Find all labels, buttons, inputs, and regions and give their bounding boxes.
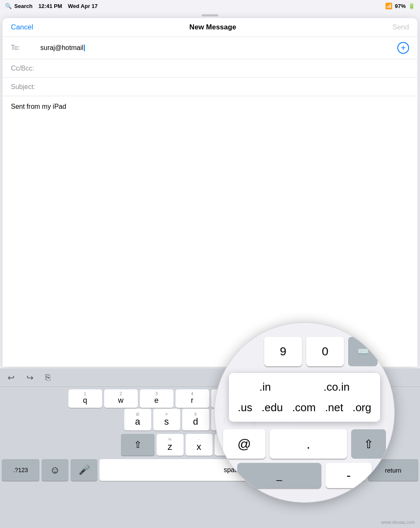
key-s[interactable]: # s [153,409,180,431]
magnifier-shift-key[interactable]: ⇧ [351,429,386,459]
key-d[interactable]: $ d [182,409,209,431]
suggestion-com[interactable]: .com [289,399,319,416]
key-2[interactable]: 2 w [104,389,138,408]
key-a[interactable]: @ a [124,409,151,431]
status-left: 🔍 Search 12:41 PM Wed Apr 17 [5,3,98,9]
status-bar: 🔍 Search 12:41 PM Wed Apr 17 📶 97% 🔋 [0,0,420,12]
status-time: 12:41 PM [38,3,62,9]
suggestion-row-2: .us .edu .com .net .org [233,399,376,416]
emoji-icon: ☺ [50,464,60,476]
mic-key[interactable]: 🎤 [71,459,97,481]
cancel-button[interactable]: Cancel [11,23,33,32]
suggestion-edu[interactable]: .edu [258,399,286,416]
paste-button[interactable]: ⎘ [43,371,53,384]
signature-text: Sent from my iPad [11,103,409,110]
magnifier-space-key[interactable]: _ [237,463,321,488]
key-3[interactable]: 3 e [140,389,173,408]
key-4[interactable]: 4 r [176,389,209,408]
to-label: To: [11,44,40,52]
compose-title: New Message [189,23,236,32]
watermark: www.deuaq.com [381,520,415,525]
compose-header: Cancel New Message Send [3,18,417,37]
magnifier-bottom-row: @ . ⇧ [223,429,386,459]
add-contact-button[interactable]: + [397,42,409,54]
suggestion-org[interactable]: .org [349,399,375,416]
redo-button[interactable]: ↪ [24,371,36,384]
body-area[interactable]: Sent from my iPad [3,96,417,264]
key-1[interactable]: 1 q [68,389,102,408]
compose-window: Cancel New Message Send To: suraj@hotmai… [3,18,417,367]
magnifier-key-9[interactable]: 9 [264,337,302,366]
suggestion-us[interactable]: .us [234,399,256,416]
magnifier-content: 9 0 ⌨️ .in .co.in .us .edu .com .net .or… [215,323,394,502]
battery-percent: 97% [395,3,406,9]
to-field-row[interactable]: To: suraj@hotmail + [3,37,417,59]
suggestion-row-1: .in .co.in [233,379,376,395]
undo-button[interactable]: ↩ [5,371,17,384]
magnifier-overlay: 9 0 ⌨️ .in .co.in .us .edu .com .net .or… [214,322,395,503]
battery-icon: 🔋 [408,3,415,9]
emoji-key[interactable]: ☺ [42,459,68,481]
text-cursor [84,45,85,51]
shift-icon: ⇧ [134,439,142,450]
shift-key[interactable]: ⇧ [121,434,155,456]
suggestion-in[interactable]: .in [256,379,274,395]
subject-field-row[interactable]: Subject: [3,78,417,96]
key-z[interactable]: % z [157,434,184,456]
magnifier-key-0[interactable]: 0 [306,337,344,366]
suggestion-coin[interactable]: .co.in [320,379,353,395]
mic-icon: 🎤 [79,465,90,475]
magnifier-dot-key[interactable]: . [270,429,347,459]
wifi-icon: 📶 [385,3,392,9]
suggestion-popup: .in .co.in .us .edu .com .net .org [229,373,380,422]
to-value[interactable]: suraj@hotmail [40,44,397,52]
cc-bcc-field-row[interactable]: Cc/Bcc: [3,59,417,78]
to-text: suraj@hotmail [40,44,84,52]
suggestion-net[interactable]: .net [322,399,346,416]
numbers-key[interactable]: .?123 [2,459,39,481]
status-search-label: Search [14,3,32,9]
send-button[interactable]: Send [392,23,409,32]
status-date: Wed Apr 17 [68,3,98,9]
search-icon: 🔍 [5,3,12,9]
magnifier-at-key[interactable]: @ [223,429,265,459]
cc-bcc-label: Cc/Bcc: [11,65,40,72]
key-x[interactable]: - x [186,434,213,456]
subject-label: Subject: [11,83,40,91]
magnifier-shift-icon: ⇧ [364,437,373,451]
status-right: 📶 97% 🔋 [385,3,415,9]
drag-handle[interactable] [202,14,218,16]
keyboard-dismiss-icon: ⌨️ [357,346,369,357]
compose-fields: To: suraj@hotmail + Cc/Bcc: Subject: Sen… [3,37,417,367]
